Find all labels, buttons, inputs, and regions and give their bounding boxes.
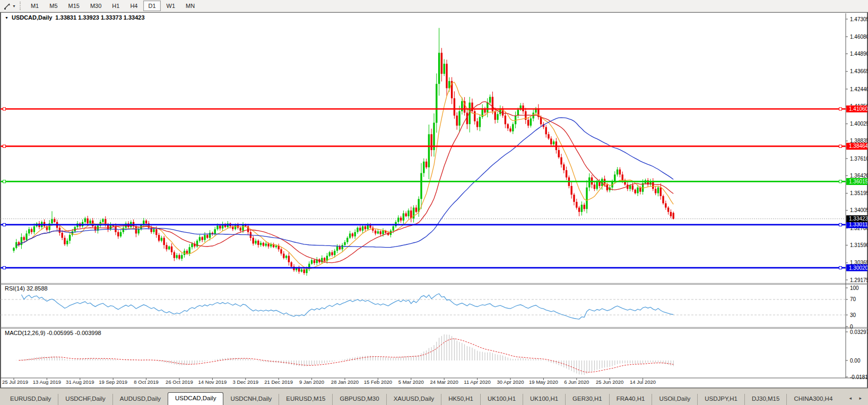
svg-text:-0.01815: -0.01815 — [850, 374, 867, 380]
level-line-handle[interactable] — [839, 223, 842, 226]
macd-indicator-label: MACD(12,26,9) -0.005995 -0.003998 — [5, 330, 101, 336]
price-axis-badge: 1.33011 — [846, 221, 867, 228]
tab-usdjpy-h1[interactable]: USDJPY,H1 — [697, 394, 744, 405]
svg-text:31 Aug 2019: 31 Aug 2019 — [66, 379, 94, 385]
price-axis-badge: 1.30020 — [846, 265, 867, 271]
price-axis-badge: 1.38464 — [846, 143, 867, 149]
svg-text:1.34005: 1.34005 — [850, 207, 867, 213]
svg-text:15 Feb 2020: 15 Feb 2020 — [364, 379, 392, 385]
tab-gbpusd-m30[interactable]: GBPUSD,M30 — [332, 394, 386, 405]
rsi-line — [21, 294, 673, 319]
level-line-handle[interactable] — [839, 180, 842, 183]
svg-text:6 Jun 2020: 6 Jun 2020 — [564, 379, 589, 385]
svg-text:1.37610: 1.37610 — [850, 156, 867, 162]
svg-text:5 Mar 2020: 5 Mar 2020 — [398, 379, 424, 385]
crosshair-tool-icon[interactable] — [2, 1, 12, 11]
svg-text:1.40025: 1.40025 — [850, 121, 867, 127]
svg-text:9 Jan 2020: 9 Jan 2020 — [299, 379, 324, 385]
tab-eurusd-m15[interactable]: EURUSD,M15 — [279, 394, 332, 405]
level-line-handle[interactable] — [839, 145, 842, 147]
chart-title-collapse-icon[interactable]: ▼ — [5, 16, 8, 20]
level-line-handle[interactable] — [3, 108, 6, 110]
chart-ohlc-values: 1.33831 1.33923 1.33373 1.33423 — [55, 14, 144, 21]
timeframe-h4[interactable]: H4 — [125, 1, 142, 11]
timeframe-m5[interactable]: M5 — [45, 1, 62, 11]
svg-text:70: 70 — [850, 296, 856, 302]
svg-text:30: 30 — [850, 312, 856, 318]
tab-hk50-h1[interactable]: HK50,H1 — [441, 394, 480, 405]
svg-text:100: 100 — [850, 285, 859, 291]
svg-text:1.47305: 1.47305 — [850, 16, 867, 22]
svg-text:11 Apr 2020: 11 Apr 2020 — [464, 379, 491, 385]
timeframe-m1[interactable]: M1 — [26, 1, 44, 11]
timeframe-m15[interactable]: M15 — [64, 1, 84, 11]
tab-usdcnh-daily[interactable]: USDCNH,Daily — [223, 394, 279, 405]
tab-audusd-daily[interactable]: AUDUSD,Daily — [112, 394, 168, 405]
tab-usoil-daily[interactable]: USOil,Daily — [652, 394, 697, 405]
svg-text:24 Mar 2020: 24 Mar 2020 — [430, 379, 458, 385]
level-line-handle[interactable] — [3, 223, 6, 226]
date-axis-labels: 25 Jul 201913 Aug 201931 Aug 201919 Sep … — [2, 378, 656, 385]
level-line-handle[interactable] — [839, 108, 842, 110]
svg-text:1.46080: 1.46080 — [850, 34, 867, 40]
price-axis-badge: 1.36015 — [846, 178, 867, 185]
chart-title: ▼ USDCAD,Daily 1.33831 1.33923 1.33373 1… — [5, 14, 145, 21]
chart-window: 1.473051.460801.448901.436651.424401.412… — [0, 12, 868, 389]
tool-dropdown-caret-icon[interactable]: ▼ — [12, 4, 16, 8]
rsi-axis-labels: 10070300 — [846, 285, 859, 330]
tab-fra40-h1[interactable]: FRA40,H1 — [609, 394, 652, 405]
tab-ger30-h1[interactable]: GER30,H1 — [565, 394, 609, 405]
timeframe-button-group: M1M5M15M30H1H4D1W1MN — [25, 1, 200, 11]
svg-text:1.33423: 1.33423 — [849, 216, 867, 222]
level-line-handle[interactable] — [3, 145, 6, 147]
timeframe-w1[interactable]: W1 — [162, 1, 180, 11]
svg-text:1.35195: 1.35195 — [850, 190, 867, 196]
svg-text:25 Jul 2019: 25 Jul 2019 — [2, 379, 28, 385]
candlestick-series — [13, 28, 674, 276]
level-line-handle[interactable] — [839, 267, 842, 269]
svg-text:1.36015: 1.36015 — [849, 179, 867, 184]
tab-scroll-arrows-icon[interactable]: ◂ ▸ — [849, 395, 865, 401]
svg-text:1.31590: 1.31590 — [850, 242, 867, 248]
svg-text:30 Apr 2020: 30 Apr 2020 — [497, 379, 524, 385]
macd-signal-line — [19, 339, 674, 372]
svg-text:28 Jan 2020: 28 Jan 2020 — [331, 379, 359, 385]
tab-china300-h4[interactable]: CHINA300,H4 — [786, 394, 839, 405]
svg-text:1.43665: 1.43665 — [850, 68, 867, 74]
tab-uk100-h1[interactable]: UK100,H1 — [480, 394, 523, 405]
svg-text:26 Oct 2019: 26 Oct 2019 — [166, 379, 193, 385]
svg-text:3 Dec 2019: 3 Dec 2019 — [233, 379, 259, 385]
chart-canvas[interactable]: 1.473051.460801.448901.436651.424401.412… — [1, 12, 867, 388]
rsi-indicator-label: RSI(14) 32.8588 — [5, 285, 48, 292]
timeframe-mn[interactable]: MN — [181, 1, 199, 11]
svg-text:21 Dec 2019: 21 Dec 2019 — [264, 379, 293, 385]
svg-text:19 Sep 2019: 19 Sep 2019 — [99, 379, 127, 385]
svg-text:25 Jun 2020: 25 Jun 2020 — [596, 379, 623, 385]
toolbar-grip[interactable] — [20, 2, 22, 10]
tab-dj30-m15[interactable]: DJ30,M15 — [744, 394, 786, 405]
svg-text:1.44890: 1.44890 — [850, 51, 867, 57]
tab-usdchf-daily[interactable]: USDCHF,Daily — [58, 394, 112, 405]
svg-text:1.42440: 1.42440 — [850, 86, 867, 92]
level-line-handle[interactable] — [3, 180, 6, 183]
svg-text:1.29175: 1.29175 — [850, 277, 867, 283]
timeframe-m30[interactable]: M30 — [85, 1, 106, 11]
chart-window-border — [1, 13, 867, 388]
svg-text:0.00: 0.00 — [850, 358, 861, 364]
timeframe-d1[interactable]: D1 — [143, 1, 160, 11]
svg-text:1.33011: 1.33011 — [849, 222, 867, 227]
svg-text:8 Oct 2019: 8 Oct 2019 — [134, 379, 158, 385]
svg-text:13 Aug 2019: 13 Aug 2019 — [33, 379, 61, 385]
timeframe-h1[interactable]: H1 — [107, 1, 124, 11]
svg-text:14 Jul 2020: 14 Jul 2020 — [630, 379, 656, 385]
tab-usdcad-daily[interactable]: USDCAD,Daily — [168, 392, 223, 405]
svg-text:1.30020: 1.30020 — [849, 265, 867, 271]
svg-text:0.032972: 0.032972 — [850, 329, 867, 335]
chart-tabs: EURUSD,DailyUSDCHF,DailyAUDUSD,DailyUSDC… — [0, 392, 839, 405]
tab-eurusd-daily[interactable]: EURUSD,Daily — [3, 394, 58, 405]
tab-xauusd-daily[interactable]: XAUUSD,Daily — [386, 394, 441, 405]
tab-uk100-h1[interactable]: UK100,H1 — [523, 394, 565, 405]
level-line-handle[interactable] — [3, 267, 6, 269]
svg-text:1.36420: 1.36420 — [850, 173, 867, 179]
svg-text:14 Nov 2019: 14 Nov 2019 — [198, 379, 227, 385]
